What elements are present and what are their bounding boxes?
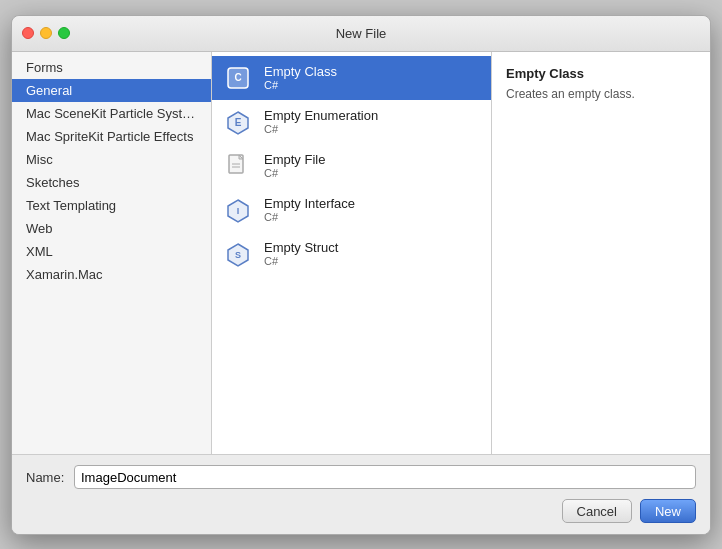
svg-text:S: S: [235, 250, 241, 260]
class-icon: C: [222, 62, 254, 94]
sidebar-item-xml[interactable]: XML: [12, 240, 211, 263]
sidebar-item-text-templating[interactable]: Text Templating: [12, 194, 211, 217]
minimize-button[interactable]: [40, 27, 52, 39]
list-item-empty-struct[interactable]: S Empty StructC#: [212, 232, 491, 276]
list-item-empty-enumeration[interactable]: E Empty EnumerationC#: [212, 100, 491, 144]
enum-icon: E: [222, 106, 254, 138]
sidebar-item-forms[interactable]: Forms: [12, 56, 211, 79]
new-button[interactable]: New: [640, 499, 696, 523]
template-list: C Empty ClassC# E Empty EnumerationC# Em…: [212, 52, 492, 454]
name-input[interactable]: [74, 465, 696, 489]
item-name-empty-interface: Empty Interface: [264, 196, 355, 211]
sidebar-item-mac-scenekit[interactable]: Mac SceneKit Particle System: [12, 102, 211, 125]
window-title: New File: [336, 26, 387, 41]
detail-description: Creates an empty class.: [506, 87, 696, 101]
item-name-empty-file: Empty File: [264, 152, 325, 167]
item-name-empty-enumeration: Empty Enumeration: [264, 108, 378, 123]
name-label: Name:: [26, 470, 66, 485]
item-sub-empty-enumeration: C#: [264, 123, 378, 135]
item-sub-empty-interface: C#: [264, 211, 355, 223]
button-row: Cancel New: [26, 499, 696, 523]
svg-text:C: C: [234, 72, 241, 83]
list-item-empty-interface[interactable]: I Empty InterfaceC#: [212, 188, 491, 232]
cancel-button[interactable]: Cancel: [562, 499, 632, 523]
list-item-empty-class[interactable]: C Empty ClassC#: [212, 56, 491, 100]
item-name-empty-struct: Empty Struct: [264, 240, 338, 255]
interface-icon: I: [222, 194, 254, 226]
close-button[interactable]: [22, 27, 34, 39]
svg-text:I: I: [237, 206, 240, 216]
new-file-dialog: New File FormsGeneralMac SceneKit Partic…: [11, 15, 711, 535]
struct-icon: S: [222, 238, 254, 270]
detail-title: Empty Class: [506, 66, 696, 81]
sidebar: FormsGeneralMac SceneKit Particle System…: [12, 52, 212, 454]
item-sub-empty-struct: C#: [264, 255, 338, 267]
name-row: Name:: [26, 465, 696, 489]
item-sub-empty-file: C#: [264, 167, 325, 179]
sidebar-item-mac-spritekit[interactable]: Mac SpriteKit Particle Effects: [12, 125, 211, 148]
file-icon: [222, 150, 254, 182]
item-sub-empty-class: C#: [264, 79, 337, 91]
sidebar-item-sketches[interactable]: Sketches: [12, 171, 211, 194]
sidebar-item-general[interactable]: General: [12, 79, 211, 102]
item-name-empty-class: Empty Class: [264, 64, 337, 79]
sidebar-item-xamarin-mac[interactable]: Xamarin.Mac: [12, 263, 211, 286]
content-area: FormsGeneralMac SceneKit Particle System…: [12, 52, 710, 454]
titlebar-buttons: [22, 27, 70, 39]
svg-text:E: E: [235, 117, 242, 128]
maximize-button[interactable]: [58, 27, 70, 39]
detail-panel: Empty Class Creates an empty class.: [492, 52, 710, 454]
titlebar: New File: [12, 16, 710, 52]
sidebar-item-misc[interactable]: Misc: [12, 148, 211, 171]
bottom-bar: Name: Cancel New: [12, 454, 710, 534]
list-item-empty-file[interactable]: Empty FileC#: [212, 144, 491, 188]
sidebar-item-web[interactable]: Web: [12, 217, 211, 240]
